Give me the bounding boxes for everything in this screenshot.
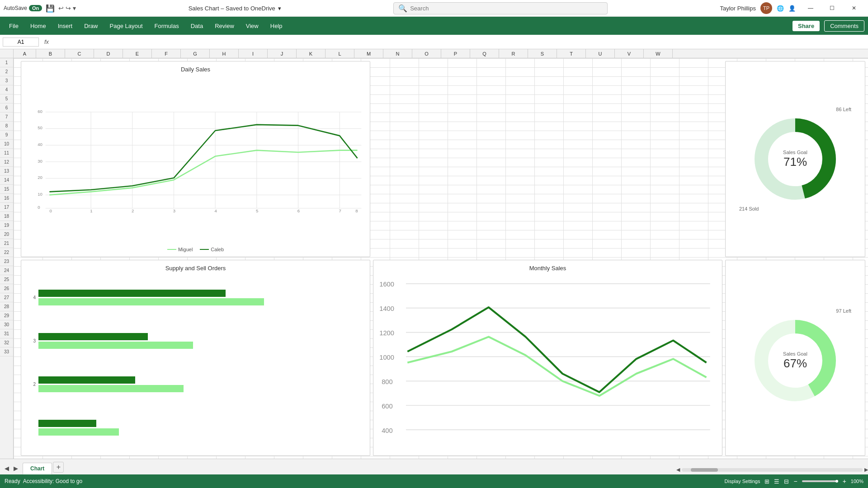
undo-icon[interactable]: ↩ xyxy=(58,5,64,12)
col-P[interactable]: P xyxy=(441,49,470,58)
row-20[interactable]: 20 xyxy=(0,230,13,239)
col-H[interactable]: H xyxy=(210,49,239,58)
hscroll-thumb[interactable] xyxy=(691,468,718,472)
row-1[interactable]: 1 xyxy=(0,58,13,67)
search-box[interactable]: 🔍 xyxy=(393,2,608,14)
row-17[interactable]: 17 xyxy=(0,203,13,212)
row-12[interactable]: 12 xyxy=(0,158,13,167)
normal-view-icon[interactable]: ⊞ xyxy=(764,478,769,485)
col-W[interactable]: W xyxy=(644,49,673,58)
col-C[interactable]: C xyxy=(65,49,94,58)
row-9[interactable]: 9 xyxy=(0,131,13,140)
col-A[interactable]: A xyxy=(14,49,36,58)
row-31[interactable]: 31 xyxy=(0,329,13,338)
hscroll-track[interactable] xyxy=(682,468,863,472)
share-button[interactable]: Share xyxy=(793,21,820,31)
autosave-toggle[interactable]: On xyxy=(29,5,42,11)
col-F[interactable]: F xyxy=(152,49,181,58)
row-24[interactable]: 24 xyxy=(0,266,13,275)
menu-help[interactable]: Help xyxy=(265,20,288,32)
zoom-slider-thumb[interactable] xyxy=(835,480,838,483)
menu-home[interactable]: Home xyxy=(25,20,52,32)
row-15[interactable]: 15 xyxy=(0,185,13,194)
menu-formulas[interactable]: Formulas xyxy=(149,20,184,32)
page-break-icon[interactable]: ⊟ xyxy=(784,478,789,485)
row-22[interactable]: 22 xyxy=(0,248,13,257)
menu-view[interactable]: View xyxy=(241,20,264,32)
menu-review[interactable]: Review xyxy=(209,20,240,32)
row-16[interactable]: 16 xyxy=(0,194,13,203)
col-K[interactable]: K xyxy=(297,49,326,58)
sheet-tab-chart[interactable]: Chart xyxy=(23,463,52,474)
row-23[interactable]: 23 xyxy=(0,257,13,266)
row-10[interactable]: 10 xyxy=(0,140,13,149)
add-sheet-button[interactable]: + xyxy=(53,462,64,473)
display-settings-label[interactable]: Display Settings xyxy=(725,479,760,484)
title-dropdown-icon[interactable]: ▾ xyxy=(278,5,281,12)
col-T[interactable]: T xyxy=(557,49,586,58)
scroll-right-icon[interactable]: ▶ xyxy=(14,465,18,472)
maximize-button[interactable]: ☐ xyxy=(822,0,843,17)
menu-insert[interactable]: Insert xyxy=(52,20,78,32)
save-icon[interactable]: 💾 xyxy=(46,4,55,13)
col-J[interactable]: J xyxy=(268,49,297,58)
row-32[interactable]: 32 xyxy=(0,338,13,347)
comments-button[interactable]: Comments xyxy=(824,20,864,32)
col-R[interactable]: R xyxy=(499,49,528,58)
row-6[interactable]: 6 xyxy=(0,103,13,113)
row-2[interactable]: 2 xyxy=(0,67,13,76)
row-29[interactable]: 29 xyxy=(0,311,13,320)
hscroll-right[interactable]: ▶ xyxy=(864,467,868,473)
row-5[interactable]: 5 xyxy=(0,94,13,103)
col-U[interactable]: U xyxy=(586,49,615,58)
row-21[interactable]: 21 xyxy=(0,239,13,248)
close-button[interactable]: ✕ xyxy=(844,0,864,17)
col-L[interactable]: L xyxy=(326,49,354,58)
menu-data[interactable]: Data xyxy=(185,20,208,32)
redo-icon[interactable]: ↪ xyxy=(66,5,71,12)
col-S[interactable]: S xyxy=(528,49,557,58)
col-O[interactable]: O xyxy=(412,49,441,58)
col-B[interactable]: B xyxy=(36,49,65,58)
col-E[interactable]: E xyxy=(123,49,152,58)
dropdown-icon[interactable]: ▾ xyxy=(73,5,76,12)
row-30[interactable]: 30 xyxy=(0,320,13,329)
zoom-in-icon[interactable]: + xyxy=(843,478,846,485)
row-33[interactable]: 33 xyxy=(0,347,13,357)
row-13[interactable]: 13 xyxy=(0,167,13,176)
row-7[interactable]: 7 xyxy=(0,113,13,122)
row-26[interactable]: 26 xyxy=(0,284,13,293)
globe-icon[interactable]: 🌐 xyxy=(777,5,784,12)
zoom-slider[interactable] xyxy=(802,480,838,482)
col-G[interactable]: G xyxy=(181,49,210,58)
cell-reference[interactable] xyxy=(3,38,39,47)
menu-pagelayout[interactable]: Page Layout xyxy=(104,20,148,32)
row-3[interactable]: 3 xyxy=(0,76,13,85)
page-layout-icon[interactable]: ☰ xyxy=(774,478,779,485)
col-Q[interactable]: Q xyxy=(470,49,499,58)
row-19[interactable]: 19 xyxy=(0,221,13,230)
row-4[interactable]: 4 xyxy=(0,85,13,94)
row-8[interactable]: 8 xyxy=(0,122,13,131)
scroll-left-icon[interactable]: ◀ xyxy=(5,465,9,472)
col-N[interactable]: N xyxy=(383,49,412,58)
row-11[interactable]: 11 xyxy=(0,149,13,158)
menu-file[interactable]: File xyxy=(4,20,24,32)
col-M[interactable]: M xyxy=(354,49,383,58)
zoom-out-icon[interactable]: − xyxy=(793,478,797,485)
row-18[interactable]: 18 xyxy=(0,212,13,221)
row-25[interactable]: 25 xyxy=(0,275,13,284)
corner-cell[interactable] xyxy=(0,49,14,58)
row-27[interactable]: 27 xyxy=(0,293,13,302)
col-V[interactable]: V xyxy=(615,49,644,58)
menu-draw[interactable]: Draw xyxy=(79,20,103,32)
col-I[interactable]: I xyxy=(239,49,268,58)
row-28[interactable]: 28 xyxy=(0,302,13,311)
minimize-button[interactable]: — xyxy=(800,0,821,17)
hscroll-left[interactable]: ◀ xyxy=(676,467,680,473)
formula-input[interactable] xyxy=(54,38,865,45)
profile-icon[interactable]: 👤 xyxy=(788,5,796,12)
row-14[interactable]: 14 xyxy=(0,176,13,185)
col-D[interactable]: D xyxy=(94,49,123,58)
search-input[interactable] xyxy=(410,5,603,12)
